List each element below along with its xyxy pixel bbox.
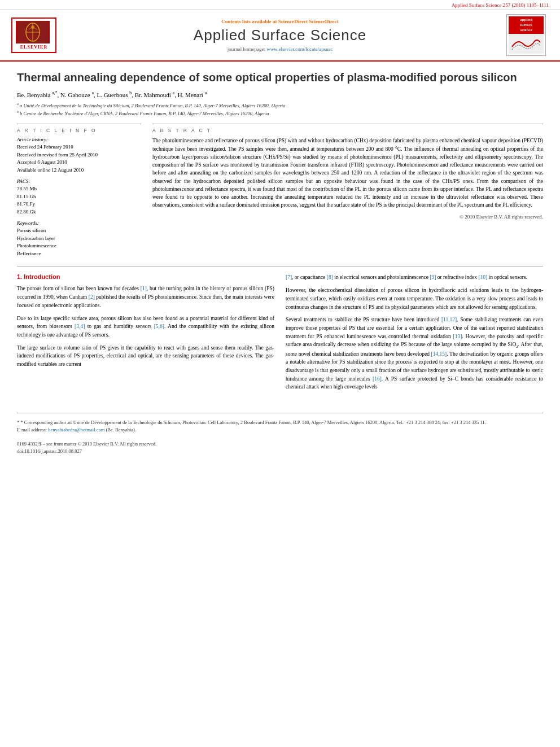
journal-header: ELSEVIER Contents lists available at Sci… [0,10,560,62]
pacs-code-0: 78.55.Mb [17,185,141,193]
section1-para2: The large surface to volume ratio of PS … [17,344,274,369]
body-col-left: 1. Introduction The porous form of silic… [17,273,274,396]
abstract-label: A B S T R A C T [152,128,543,133]
affiliations: a a Unité de Développement de la Technol… [17,102,543,117]
email-link[interactable]: benyahiabedra@hotmail.com [48,427,104,433]
section1-right-para0: [7], or capacitance [8] in electrical se… [286,273,543,282]
ref16: [16] [373,376,382,382]
pacs-code-1: 81.15.Gh [17,193,141,201]
ref1415: [14,15] [431,351,447,357]
abstract-panel: A B S T R A C T The photoluminescence an… [152,124,543,257]
section1-para1: Due to its large specific surface area, … [17,314,274,339]
journal-title-area: Contents lists available at ScienceDirec… [56,19,504,52]
doi-line: doi:10.1016/j.apsusc.2010.08.027 [17,448,543,455]
section1-right-para1: However, the electrochemical dissolution… [286,286,543,311]
email-line: E-mail address: benyahiabedra@hotmail.co… [17,426,543,434]
journal-logo-image [509,34,544,54]
keyword-0: Porous silicon [17,227,141,235]
article-info-panel: A R T I C L E I N F O Article history: R… [17,124,141,257]
pacs-code-2: 81.70.Fy [17,200,141,208]
article-title: Thermal annealing dependence of some opt… [17,70,543,85]
authors-line: Be. Benyahia a,*, N. Gabouze a, L. Guerb… [17,90,543,98]
journal-reference-bar: Applied Surface Science 257 (2010) 1105–… [0,0,560,10]
ref13: [13] [453,334,462,339]
journal-homepage: journal homepage: www.elsevier.com/locat… [68,46,492,52]
article-history: Article history: Received 24 February 20… [17,137,141,174]
keywords-label: Keywords: [17,220,141,226]
footer-divider [17,413,543,413]
history-available: Available online 12 August 2010 [17,167,141,174]
sciencedirect-brand: ScienceDirect [309,19,338,24]
abstract-copyright: © 2010 Elsevier B.V. All rights reserved… [152,214,543,220]
journal-logo-text: applied surface science [509,16,544,34]
svg-point-4 [31,25,34,29]
article-info-label: A R T I C L E I N F O [17,128,141,133]
ref1112: [11,12] [441,317,457,322]
body-columns: 1. Introduction The porous form of silic… [17,273,543,396]
pacs-section: PACS: 78.55.Mb 81.15.Gh 81.70.Fy 82.80.G… [17,178,141,216]
info-abstract-row: A R T I C L E I N F O Article history: R… [17,124,543,257]
ref10: [10] [478,274,487,280]
elsevier-brand-text: ELSEVIER [16,45,52,50]
elsevier-logo: ELSEVIER [11,18,56,53]
keyword-3: Reflectance [17,250,141,258]
section1-title: 1. Introduction [17,273,274,280]
history-received: Received 24 February 2010 [17,143,141,151]
email-label: E-mail address: [17,427,47,433]
ref1: [1] [141,286,147,291]
history-title: Article history: [17,137,141,142]
ref7: [7] [286,274,292,280]
ref34: [3,4] [75,324,85,329]
journal-logo-right: applied surface science [504,14,549,56]
ref9: [9] [430,274,436,280]
email-note: (Be. Benyahia). [106,427,136,433]
authors-text: Be. Benyahia a,*, N. Gabouze a, L. Guerb… [17,91,207,98]
section1-right-para2: Several treatments to stabilize the PS s… [286,316,543,391]
sciencedirect-notice: Contents lists available at ScienceDirec… [68,19,492,24]
footnote-area: * * Corresponding author at: Unité de Dé… [0,419,560,455]
keyword-1: Hydrocarbon layer [17,235,141,243]
main-content: Thermal annealing dependence of some opt… [0,62,560,407]
affiliation-a: a a Unité de Développement de la Technol… [17,102,543,110]
section1-para0: The porous form of silicon has been know… [17,285,274,309]
ref2: [2] [89,294,95,300]
journal-reference: Applied Surface Science 257 (2010) 1105–… [452,2,549,8]
journal-name: Applied Surface Science [68,27,492,44]
keywords-section: Keywords: Porous silicon Hydrocarbon lay… [17,220,141,257]
issn-line: 0169-4332/$ – see front matter © 2010 El… [17,440,543,448]
pacs-code-3: 82.80.Gk [17,208,141,216]
ref56: [5,6] [154,324,164,329]
keyword-2: Photoluminescence [17,242,141,250]
elsevier-artwork [16,21,50,43]
affiliation-b: b b Centre de Recherche Nucléaire d'Alge… [17,110,543,117]
ref8: [8] [327,274,333,280]
body-col-right: [7], or capacitance [8] in electrical se… [286,273,543,396]
corresponding-author-note: * * Corresponding author at: Unité de Dé… [17,419,543,426]
pacs-label: PACS: [17,178,141,184]
history-accepted: Accepted 6 August 2010 [17,159,141,167]
homepage-link[interactable]: www.elsevier.com/locate/apsusc [266,46,333,52]
abstract-text: The photoluminescence and reflectance of… [152,137,543,209]
body-divider [17,266,543,267]
history-revised: Received in revised form 25 April 2010 [17,151,141,159]
